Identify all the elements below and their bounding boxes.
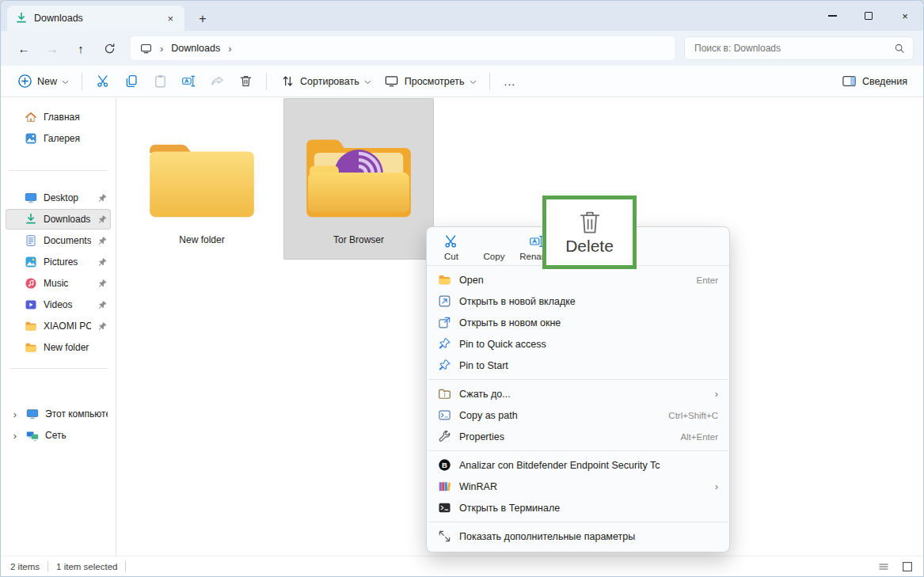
sidebar-item-главная[interactable]: Главная — [6, 107, 111, 127]
navigation-bar: ← → ↑ › Downloads › — [1, 31, 923, 66]
monitor-view-icon — [384, 74, 400, 89]
tab-downloads[interactable]: Downloads × — [7, 6, 184, 31]
sidebar-item-downloads[interactable]: Downloads — [6, 209, 111, 230]
sidebar: Главная Галерея Desktop Downloads — [1, 98, 116, 556]
maximize-button[interactable] — [850, 1, 887, 31]
menu-item-icon — [438, 359, 451, 372]
items-count: 2 items — [10, 562, 40, 571]
tab-close-icon[interactable]: × — [164, 13, 177, 25]
expand-chevron-icon[interactable]: › — [10, 408, 20, 420]
search-box[interactable] — [684, 36, 914, 60]
breadcrumb-chevron-icon[interactable]: › — [228, 43, 231, 55]
file-name: Tor Browser — [333, 234, 384, 245]
menu-item-icon — [438, 480, 451, 493]
download-icon — [15, 12, 28, 25]
pin-icon — [97, 257, 108, 268]
sidebar-item-pictures[interactable]: Pictures — [6, 252, 111, 272]
menu-item-pin-to-start[interactable]: Pin to Start — [430, 355, 726, 376]
close-button[interactable]: × — [887, 1, 923, 31]
sidebar-item-этот-компьютер[interactable]: › Этот компьютер — [6, 404, 111, 424]
file-explorer-window: Downloads × + × ← → ↑ › Downloads › — [0, 0, 924, 577]
menu-separator — [428, 450, 728, 451]
toolbar-divider — [82, 73, 82, 90]
sidebar-item-new-folder[interactable]: New folder — [6, 337, 111, 358]
toolbar-divider — [266, 73, 267, 90]
sidebar-item-галерея[interactable]: Галерея — [6, 128, 111, 149]
menu-item-icon: B — [438, 458, 451, 472]
breadcrumb[interactable]: › Downloads › — [131, 36, 675, 60]
pin-icon — [97, 236, 108, 246]
file-name: New folder — [179, 234, 224, 245]
forward-button: → — [39, 36, 66, 60]
context-menu: Cut Copy Rename Open Enter Открыть в нов… — [426, 226, 730, 552]
this-pc-icon[interactable] — [140, 43, 152, 55]
sidebar-item-icon — [25, 320, 37, 332]
tab-label: Downloads — [34, 13, 158, 24]
file-tile-new-folder[interactable]: New folder — [127, 98, 277, 260]
menu-item-pin-to-quick-access[interactable]: Pin to Quick access — [430, 333, 726, 355]
menu-item-открыть-в-новом-окне[interactable]: Открыть в новом окне — [430, 312, 726, 333]
sidebar-item-documents[interactable]: Documents — [6, 230, 111, 251]
sidebar-item-сеть[interactable]: › Сеть — [6, 425, 111, 446]
menu-item-открыть-в-терминале[interactable]: Открыть в Терминале — [430, 497, 726, 518]
cut-icon — [95, 74, 111, 89]
submenu-chevron-icon: › — [715, 388, 718, 400]
view-toggles — [877, 560, 914, 573]
back-button[interactable]: ← — [10, 36, 37, 60]
quick-action-cut[interactable]: Cut — [435, 233, 468, 261]
trash-icon — [578, 209, 602, 236]
menu-item-сжать-до[interactable]: Сжать до... › — [430, 383, 726, 404]
window-controls: × — [814, 1, 923, 31]
new-tab-button[interactable]: + — [191, 7, 215, 31]
rename-icon — [181, 74, 196, 89]
pin-icon — [97, 300, 108, 310]
breadcrumb-chevron-icon: › — [160, 43, 163, 55]
sort-button[interactable]: Сортировать — [273, 70, 378, 93]
menu-item-analizar-con-bitdefender-endpoin[interactable]: B Analizar con Bitdefender Endpoint Secu… — [430, 454, 726, 476]
menu-item-icon — [438, 408, 451, 422]
copy-button[interactable] — [117, 70, 146, 93]
menu-item-открыть-в-новой-вкладке[interactable]: Открыть в новой вкладке — [430, 290, 726, 312]
menu-item-winrar[interactable]: WinRAR › — [430, 476, 726, 497]
quick-action-copy[interactable]: Copy — [477, 233, 511, 261]
cut-button[interactable] — [89, 70, 117, 93]
expand-chevron-icon[interactable]: › — [10, 430, 20, 442]
grid-view-icon[interactable] — [901, 560, 914, 573]
menu-item-copy-as-path[interactable]: Copy as path Ctrl+Shift+C — [430, 404, 726, 426]
list-view-icon[interactable] — [877, 560, 890, 573]
sidebar-item-videos[interactable]: Videos — [6, 294, 111, 315]
delete-button[interactable] — [231, 70, 260, 93]
sidebar-item-xiaomi-poco-f[interactable]: XIAOMI POCO F — [6, 316, 111, 336]
folder-icon — [143, 98, 260, 223]
file-tile-tor-browser[interactable]: Tor Browser — [283, 98, 434, 260]
sidebar-item-icon — [25, 341, 37, 354]
status-divider — [125, 561, 126, 571]
view-button[interactable]: Просмотреть — [378, 70, 483, 93]
pin-icon — [97, 321, 108, 332]
sidebar-item-desktop[interactable]: Desktop — [6, 188, 111, 208]
delete-highlight-annotation: Delete — [542, 195, 637, 269]
up-button[interactable]: ↑ — [67, 36, 94, 60]
refresh-button[interactable] — [96, 36, 123, 60]
menu-item-open[interactable]: Open Enter — [430, 269, 726, 290]
sidebar-item-music[interactable]: Music — [6, 273, 111, 294]
breadcrumb-location[interactable]: Downloads — [171, 43, 220, 54]
menu-item-icon — [438, 316, 451, 329]
more-commands-button[interactable]: ... — [496, 75, 524, 88]
minimize-button[interactable] — [814, 1, 850, 31]
rename-button[interactable] — [174, 70, 203, 93]
menu-item-properties[interactable]: Properties Alt+Enter — [430, 426, 726, 447]
sidebar-item-icon — [25, 234, 37, 247]
search-input[interactable] — [693, 42, 888, 55]
submenu-chevron-icon: › — [715, 480, 718, 492]
details-pane-button[interactable]: Сведения — [835, 70, 914, 93]
menu-item-icon — [438, 337, 451, 351]
menu-item-показать-дополнительные-параметр[interactable]: Показать дополнительные параметры — [430, 526, 726, 547]
sidebar-item-icon — [25, 256, 37, 268]
sidebar-item-icon — [25, 213, 37, 226]
pin-icon — [97, 279, 108, 289]
menu-shortcut: Ctrl+Shift+C — [668, 411, 718, 420]
details-pane-icon — [842, 74, 857, 89]
chevron-down-icon — [62, 76, 69, 87]
new-button[interactable]: New — [10, 70, 75, 93]
